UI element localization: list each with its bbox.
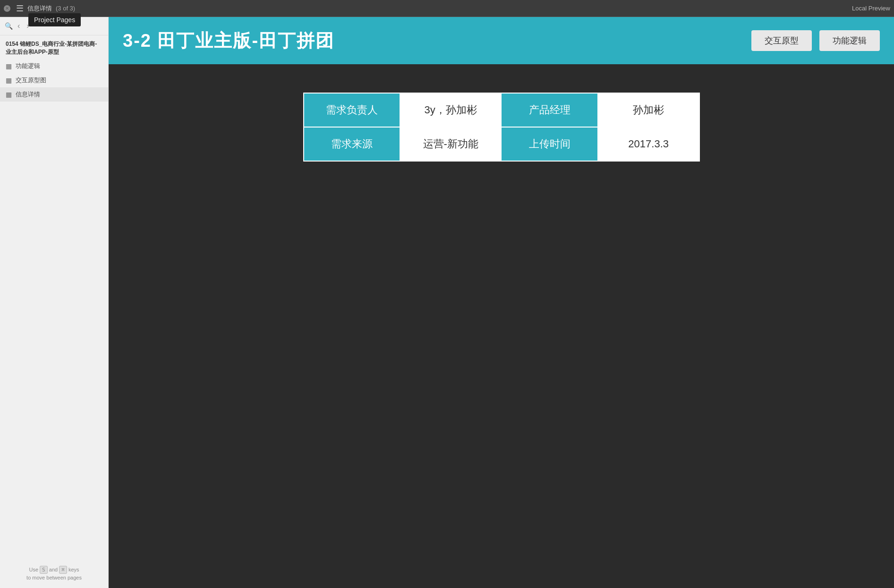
top-bar: ✕ ☰ 信息详情 (3 of 3) Local Preview <box>0 0 894 17</box>
page-main-title: 3-2 田丁业主版-田丁拼团 <box>123 29 334 53</box>
sidebar-item-info-label: 信息详情 <box>16 90 40 99</box>
value-product-manager: 孙加彬 <box>598 93 699 127</box>
content-area: 3-2 田丁业主版-田丁拼团 交互原型 功能逻辑 需求负责人 3y，孙加彬 产品… <box>109 17 894 588</box>
page-header: 3-2 田丁业主版-田丁拼团 交互原型 功能逻辑 <box>109 17 894 64</box>
footer-key-cmd: ⌘ <box>59 566 67 574</box>
sidebar-item-interactive[interactable]: ▦ 交互原型图 <box>0 73 108 87</box>
page-count: (3 of 3) <box>56 5 75 12</box>
label-demand-person: 需求负责人 <box>304 93 400 127</box>
project-pages-tooltip: Project Pages <box>28 13 81 26</box>
sidebar-item-logic-label: 功能逻辑 <box>16 62 40 70</box>
sidebar-item-logic[interactable]: ▦ 功能逻辑 <box>0 59 108 73</box>
value-demand-person: 3y，孙加彬 <box>400 93 502 127</box>
footer-move-text: to move between pages <box>26 575 82 580</box>
value-demand-source: 运营-新功能 <box>400 127 502 161</box>
label-upload-time: 上传时间 <box>501 127 597 161</box>
table-row: 需求负责人 3y，孙加彬 产品经理 孙加彬 <box>304 93 699 127</box>
info-table: 需求负责人 3y，孙加彬 产品经理 孙加彬 需求来源 运营-新功能 上传时间 2… <box>303 93 700 162</box>
preview-label: Local Preview <box>852 5 890 12</box>
close-icon: ✕ <box>5 6 9 11</box>
interactive-prototype-button[interactable]: 交互原型 <box>751 30 812 51</box>
value-upload-time: 2017.3.3 <box>598 127 699 161</box>
interactive-icon: ▦ <box>6 77 12 84</box>
footer-keys-text: keys <box>68 567 79 572</box>
page-title-label: 信息详情 <box>27 4 52 13</box>
footer-key-s: S <box>40 566 48 574</box>
table-row: 需求来源 运营-新功能 上传时间 2017.3.3 <box>304 127 699 161</box>
sidebar-item-info[interactable]: ▦ 信息详情 <box>0 87 108 102</box>
prev-page-button[interactable]: ‹ <box>16 21 22 31</box>
logic-button[interactable]: 功能逻辑 <box>819 30 880 51</box>
footer-use-text: Use <box>29 567 38 572</box>
footer-and-text: and <box>49 567 58 572</box>
project-title: 0154 锦鲤DS_电商行业-某拼团电商-业主后台和APP-原型 <box>0 35 108 59</box>
sidebar: 🔍 ‹ › 0154 锦鲤DS_电商行业-某拼团电商-业主后台和APP-原型 ▦… <box>0 17 109 588</box>
info-icon: ▦ <box>6 91 12 98</box>
page-content: 需求负责人 3y，孙加彬 产品经理 孙加彬 需求来源 运营-新功能 上传时间 2… <box>109 64 894 588</box>
label-demand-source: 需求来源 <box>304 127 400 161</box>
menu-icon[interactable]: ☰ <box>16 3 24 14</box>
header-buttons: 交互原型 功能逻辑 <box>751 30 880 51</box>
sidebar-footer: Use S and ⌘ keys to move between pages <box>0 560 108 588</box>
label-product-manager: 产品经理 <box>501 93 597 127</box>
sidebar-item-interactive-label: 交互原型图 <box>16 76 46 85</box>
search-icon[interactable]: 🔍 <box>5 22 13 30</box>
logic-icon: ▦ <box>6 62 12 70</box>
close-button[interactable]: ✕ <box>4 5 10 12</box>
main-layout: 🔍 ‹ › 0154 锦鲤DS_电商行业-某拼团电商-业主后台和APP-原型 ▦… <box>0 17 894 588</box>
